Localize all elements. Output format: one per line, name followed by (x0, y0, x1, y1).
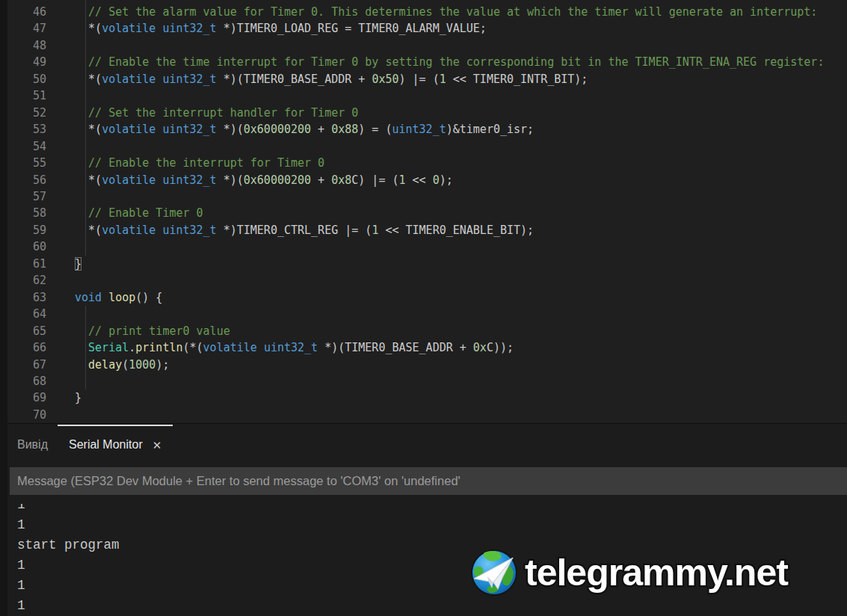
code-text (46, 87, 75, 104)
token-num: 0x50 (372, 73, 398, 86)
token-kw: uint32_t (392, 123, 446, 136)
tab-output-label: Вивід (17, 438, 48, 452)
indent-guide (85, 0, 86, 256)
line-number: 48 (7, 37, 46, 54)
token-num: 0x8 (331, 173, 351, 187)
code-line[interactable]: 65 // print timer0 value (7, 323, 847, 339)
token-kw: volatile (102, 173, 155, 187)
token-plain: C) |= ( (351, 173, 398, 187)
code-line[interactable]: 58 // Enable Timer 0 (7, 205, 847, 221)
code-text (46, 138, 75, 155)
code-text (46, 272, 75, 289)
line-number: 57 (7, 188, 46, 205)
code-line[interactable]: 57 (7, 188, 847, 205)
code-line[interactable]: 50 *(volatile uint32_t *)(TIMER0_BASE_AD… (7, 71, 847, 87)
token-plain: ( (122, 358, 129, 372)
serial-message-input[interactable] (10, 467, 847, 495)
code-text: *(volatile uint32_t *)(0x60000200 + 0x88… (46, 121, 534, 138)
code-line[interactable]: 51 (7, 87, 847, 104)
code-text: *(volatile uint32_t *)TIMER0_LOAD_REG = … (46, 20, 487, 37)
token-kw: volatile (102, 224, 155, 237)
code-line[interactable]: 56 *(volatile uint32_t *)(0x60000200 + 0… (7, 172, 847, 188)
code-line[interactable]: 70 (7, 407, 847, 423)
code-line[interactable]: 60 (7, 238, 847, 255)
code-line[interactable]: 59 *(volatile uint32_t *)TIMER0_CTRL_REG… (7, 222, 847, 238)
panel-tab-bar: Вивід Serial Monitor ✕ (7, 424, 847, 466)
line-number: 54 (7, 138, 46, 155)
code-line[interactable]: 48 (7, 37, 847, 54)
token-bracket: } (75, 257, 81, 271)
line-number: 46 (7, 4, 46, 20)
token-comment: // Set the interrupt handler for Timer 0 (75, 106, 358, 120)
token-comment: // Set the alarm value for Timer 0. This… (75, 5, 817, 19)
code-line[interactable]: 55 // Enable the interrupt for Timer 0 (7, 155, 847, 171)
code-text: } (46, 389, 81, 406)
token-plain: << TIMER0_INTR_BIT); (446, 73, 588, 86)
line-number: 70 (7, 407, 46, 423)
code-text (46, 373, 75, 389)
code-text: // Enable Timer 0 (46, 205, 203, 221)
token-kw: uint32_t (162, 73, 216, 86)
code-line[interactable]: 66 Serial.println(*(volatile uint32_t *)… (7, 339, 847, 356)
code-text: // Enable the interrupt for Timer 0 (46, 155, 324, 171)
token-fn: println (135, 341, 182, 354)
code-line[interactable]: 49 // Enable the time interrupt for Time… (7, 54, 847, 70)
code-text: *(volatile uint32_t *)(0x60000200 + 0x8C… (46, 172, 453, 188)
token-comment: // Enable Timer 0 (75, 206, 203, 220)
tab-serial-monitor[interactable]: Serial Monitor ✕ (58, 424, 173, 466)
code-line[interactable]: 47 *(volatile uint32_t *)TIMER0_LOAD_REG… (7, 20, 847, 37)
token-kw: volatile (102, 73, 155, 86)
token-num: 0x88 (331, 123, 358, 136)
line-number: 52 (7, 105, 46, 121)
token-plain (75, 358, 88, 372)
code-line[interactable]: 67 delay(1000); (7, 357, 847, 373)
line-number: 47 (7, 20, 46, 37)
token-plain: ); (440, 173, 453, 187)
code-line[interactable]: 46 // Set the alarm value for Timer 0. T… (7, 4, 847, 20)
token-plain: . (129, 341, 135, 354)
code-line[interactable]: 69} (7, 389, 847, 406)
code-text (46, 238, 75, 255)
token-plain: *( (75, 123, 102, 136)
close-icon[interactable]: ✕ (153, 440, 162, 451)
code-line[interactable]: 53 *(volatile uint32_t *)(0x60000200 + 0… (7, 121, 847, 138)
token-cls: Serial (88, 341, 129, 354)
line-number: 68 (7, 373, 46, 389)
token-kw: uint32_t (162, 173, 216, 187)
token-plain: } (75, 391, 81, 404)
token-plain: () { (135, 291, 162, 304)
token-num: 0x60000200 (244, 123, 311, 136)
token-plain: )&timer0_isr; (446, 123, 534, 136)
tab-output[interactable]: Вивід (7, 424, 58, 466)
token-plain: (*( (183, 341, 203, 354)
code-line[interactable]: 63void loop() { (7, 289, 847, 306)
line-number: 64 (7, 306, 46, 322)
token-kw: volatile (102, 22, 155, 35)
code-line[interactable]: 61} (7, 256, 847, 272)
code-line[interactable]: 68 (7, 373, 847, 389)
code-text (46, 188, 75, 205)
code-text: // Set the alarm value for Timer 0. This… (46, 4, 817, 20)
token-num: 0x (473, 341, 487, 354)
code-line[interactable]: 64 (7, 306, 847, 322)
code-text (46, 306, 75, 322)
token-kw: volatile (203, 341, 257, 354)
code-line[interactable]: 52 // Set the interrupt handler for Time… (7, 105, 847, 121)
left-edge-strip (0, 0, 7, 616)
code-text: } (46, 256, 81, 272)
line-number: 58 (7, 205, 46, 221)
line-number: 56 (7, 172, 46, 188)
token-plain: + (311, 123, 331, 136)
code-text: Serial.println(*(volatile uint32_t *)(TI… (46, 339, 514, 356)
code-line[interactable]: 62 (7, 272, 847, 289)
code-editor[interactable]: 46 // Set the alarm value for Timer 0. T… (7, 0, 847, 423)
indent-guide (85, 306, 86, 389)
code-text: *(volatile uint32_t *)(TIMER0_BASE_ADDR … (46, 71, 588, 87)
token-kw: uint32_t (162, 22, 216, 35)
code-line[interactable]: 54 (7, 138, 847, 155)
token-plain: *)(TIMER0_BASE_ADDR + (318, 341, 473, 354)
token-plain: *( (75, 224, 102, 237)
line-number: 65 (7, 323, 46, 339)
serial-output-line: 1 (17, 504, 847, 515)
token-num: 0x60000200 (244, 173, 311, 187)
